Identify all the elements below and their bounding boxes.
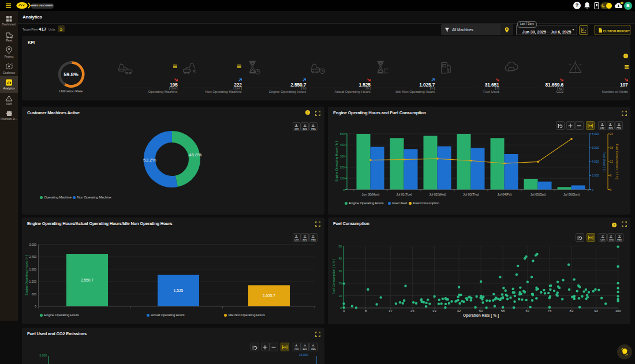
svg-text:33: 33 bbox=[432, 309, 436, 313]
svg-text:6,000: 6,000 bbox=[592, 146, 599, 149]
svg-text:3,000: 3,000 bbox=[29, 243, 36, 246]
svg-text:100: 100 bbox=[615, 309, 622, 313]
svg-text:0: 0 bbox=[610, 188, 612, 192]
svg-text:Jun 30(Mon): Jun 30(Mon) bbox=[362, 193, 380, 196]
svg-text:83: 83 bbox=[570, 309, 574, 313]
svg-text:6: 6 bbox=[610, 174, 612, 177]
svg-text:Fuel Used [ l ]: Fuel Used [ l ] bbox=[603, 152, 606, 171]
svg-text:10: 10 bbox=[338, 294, 342, 298]
svg-text:500: 500 bbox=[340, 132, 345, 136]
svg-text:Jul 04(Fri): Jul 04(Fri) bbox=[498, 193, 512, 196]
svg-text:40: 40 bbox=[338, 257, 342, 260]
svg-text:18: 18 bbox=[610, 146, 614, 149]
svg-text:100: 100 bbox=[340, 177, 345, 180]
svg-text:50: 50 bbox=[338, 245, 342, 248]
svg-text:0: 0 bbox=[340, 306, 342, 310]
svg-text:17: 17 bbox=[389, 309, 393, 313]
svg-text:2,000: 2,000 bbox=[592, 174, 599, 177]
svg-text:1,200: 1,200 bbox=[29, 280, 36, 283]
svg-text:0: 0 bbox=[35, 305, 36, 308]
svg-text:1,800: 1,800 bbox=[29, 268, 36, 271]
svg-text:24: 24 bbox=[610, 132, 614, 136]
svg-text:Jul 06(Sun): Jul 06(Sun) bbox=[563, 193, 580, 196]
svg-text:1,025.7: 1,025.7 bbox=[263, 294, 275, 298]
svg-text:8,000: 8,000 bbox=[592, 132, 599, 136]
svg-text:8: 8 bbox=[365, 309, 367, 313]
svg-text:50: 50 bbox=[479, 309, 483, 313]
svg-text:0: 0 bbox=[592, 188, 593, 192]
svg-text:200: 200 bbox=[340, 166, 345, 169]
svg-text:0: 0 bbox=[343, 188, 345, 192]
svg-text:25: 25 bbox=[410, 309, 414, 313]
svg-text:12: 12 bbox=[610, 160, 614, 163]
svg-text:300: 300 bbox=[340, 155, 345, 158]
svg-text:16,000: 16,000 bbox=[299, 353, 308, 357]
svg-text:Fuel Consumption [ l / h ]: Fuel Consumption [ l / h ] bbox=[332, 259, 335, 295]
svg-text:Fuel Consumption [ l / h ]: Fuel Consumption [ l / h ] bbox=[615, 144, 619, 179]
svg-text:Engine Operating Hours [ h ]: Engine Operating Hours [ h ] bbox=[335, 141, 338, 182]
svg-text:400: 400 bbox=[340, 143, 345, 147]
svg-text:30: 30 bbox=[338, 269, 342, 273]
svg-text:92: 92 bbox=[594, 309, 598, 313]
svg-text:67: 67 bbox=[526, 309, 530, 313]
svg-text:Operation Rate [ % ]: Operation Rate [ % ] bbox=[463, 313, 499, 318]
svg-text:1,525: 1,525 bbox=[174, 288, 184, 292]
svg-text:20: 20 bbox=[338, 282, 342, 285]
svg-text:Jul 01(Tue): Jul 01(Tue) bbox=[396, 193, 412, 196]
svg-text:Engine Operating Hours [ h ]: Engine Operating Hours [ h ] bbox=[25, 255, 28, 295]
svg-text:6,000: 6,000 bbox=[39, 354, 47, 357]
svg-text:75: 75 bbox=[548, 309, 552, 313]
svg-text:Jul 03(Thu): Jul 03(Thu) bbox=[463, 193, 479, 196]
svg-text:Jul 05(Sat): Jul 05(Sat) bbox=[531, 193, 546, 196]
svg-text:58: 58 bbox=[501, 309, 505, 313]
svg-text:2,400: 2,400 bbox=[29, 255, 36, 258]
svg-text:4,000: 4,000 bbox=[592, 160, 599, 163]
svg-text:600: 600 bbox=[32, 292, 37, 296]
svg-text:2,550.7: 2,550.7 bbox=[81, 278, 94, 282]
svg-text:Jul 02(Wed): Jul 02(Wed) bbox=[429, 193, 446, 196]
svg-text:0: 0 bbox=[343, 309, 345, 313]
svg-text:42: 42 bbox=[457, 309, 461, 313]
